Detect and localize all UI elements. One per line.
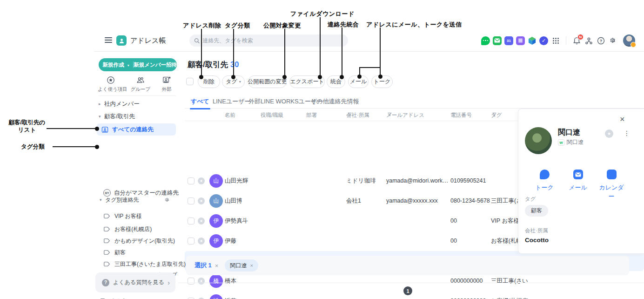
contact-lineworks-subname: w 関口遼 [558, 138, 584, 146]
tab-line-users[interactable]: LINEユーザー [213, 97, 251, 106]
contact-photo-avatar[interactable] [525, 127, 552, 154]
tab-bar: すべて LINEユーザー 外部LINE WORKSユーザー その他連絡先情報 [185, 95, 644, 109]
tag-button[interactable]: タグ▾ [222, 75, 245, 88]
column-header-email[interactable]: メールアドレス [386, 112, 392, 117]
tag-settings-gear-icon[interactable] [164, 197, 170, 203]
annotation-file-download: ファイルダウンロード [290, 10, 355, 18]
column-header-dept[interactable]: 部署 [306, 112, 317, 119]
sidebar-tag-item[interactable]: 顧客 [104, 248, 126, 257]
more-menu-icon[interactable]: ⋮ [624, 129, 630, 137]
sidebar-item-import-contacts[interactable]: 連絡先をインポート [99, 297, 161, 299]
tag-icon [104, 261, 110, 267]
sidebar-item-customers[interactable]: ▾ 顧客/取引先 [99, 112, 135, 121]
row-checkbox[interactable] [188, 177, 195, 184]
status-clock-badge [631, 42, 636, 48]
talk-bubble-icon: ••• [540, 170, 550, 179]
row-checkbox[interactable] [188, 238, 195, 245]
contact-name[interactable]: 近藤 [225, 291, 236, 299]
delete-button[interactable]: 削除 [198, 75, 220, 88]
pagination-page-1[interactable]: 1 [403, 286, 412, 295]
contact-name[interactable]: 伊藤 [225, 231, 236, 251]
talk-button[interactable]: トーク [371, 75, 393, 88]
contact-name[interactable]: 伊勢真斗 [225, 211, 248, 231]
favorite-star-icon[interactable]: ★ [198, 278, 205, 285]
sidebar-tag-item[interactable]: かもめデザイン(取引先) [104, 237, 175, 245]
calendar-app-icon[interactable]: 31 [504, 36, 513, 45]
tab-other-contact-info[interactable]: その他連絡先情報 [310, 97, 359, 106]
contact-detail-panel: × 関口遼 w 関口遼 ★ ⋮ ••• トーク メール 31 カレンダー タグ … [518, 109, 644, 254]
close-icon[interactable]: × [620, 115, 625, 124]
notifications-bell-icon[interactable]: N [572, 36, 581, 45]
favorite-star-icon[interactable]: ★ [605, 129, 613, 138]
cell-email: yamada@xxxxx.xxx [386, 191, 449, 211]
sidebar-tag-item[interactable]: お客様(札幌店) [104, 225, 152, 233]
notification-badge: N [577, 34, 584, 40]
sidebar-divider [99, 95, 176, 96]
shortcut-favorites[interactable]: よく使う項目 [98, 76, 124, 93]
cell-phone: 00 [450, 231, 490, 251]
export-button[interactable]: エクスポート [289, 75, 325, 88]
mail-app-icon[interactable] [493, 36, 502, 45]
search-bar[interactable] [189, 34, 348, 47]
sidebar-item-internal-members[interactable]: ▸ 社内メンバー [99, 100, 140, 108]
merge-button[interactable]: 統合 [327, 75, 345, 88]
sort-down-icon: ↓ [225, 112, 228, 117]
header-icons: 31 ✓ N ? [481, 29, 635, 52]
sidebar-item-tag-section[interactable]: ▾ タグ別連絡先 [100, 196, 177, 204]
sidebar-tag-item[interactable]: VIP お客様 [104, 212, 142, 220]
settings-gear-icon[interactable] [608, 36, 617, 45]
avatar: 山 [209, 194, 223, 208]
select-all-checkbox[interactable] [186, 78, 194, 85]
shortcut-external[interactable]: 外部 [157, 76, 176, 93]
table-row[interactable]: ★ 近 近藤 00000000000 お客様(札幌店 [185, 291, 644, 299]
help-icon[interactable]: ? [596, 36, 605, 45]
row-checkbox[interactable] [188, 278, 195, 285]
apps-grid-icon[interactable] [551, 36, 560, 45]
selected-contact-chip[interactable]: 関口遼× [225, 259, 258, 272]
talk-app-icon[interactable] [481, 36, 490, 45]
annotation-contact-merge: 連絡先統合 [328, 20, 359, 29]
mail-button[interactable]: メール [348, 75, 369, 88]
company-section-label: 会社·所属 [525, 227, 548, 234]
column-header-role[interactable]: 役職/職級 [261, 112, 283, 119]
contact-name[interactable]: 山田光輝 [225, 171, 248, 191]
column-header-phone[interactable]: 電話番号 [450, 112, 456, 117]
visibility-change-button[interactable]: 公開範囲の変更 [248, 75, 287, 88]
favorite-star-icon[interactable]: ★ [198, 217, 205, 224]
search-input[interactable] [202, 37, 343, 44]
tag-icon [104, 226, 110, 232]
user-avatar[interactable] [623, 34, 635, 47]
sidebar-tag-item[interactable]: 三田工事(さいたま店取引先) [104, 260, 186, 268]
address-book-logo-icon[interactable] [116, 35, 127, 46]
invite-member-button[interactable]: 新規メンバー招待 [134, 61, 177, 68]
hamburger-menu-icon[interactable] [105, 37, 112, 43]
row-checkbox[interactable] [188, 217, 195, 224]
column-header-company[interactable]: 会社·所属 [346, 112, 352, 117]
clear-selection-icon[interactable]: × [215, 262, 219, 269]
faq-link[interactable]: ? よくある質問を見る › [95, 272, 175, 292]
sidebar: 新規作成 ▾ 新規メンバー招待 よく使う項目 グループ 外部 ▸ 社内メンバー [94, 52, 178, 299]
contact-company: Cocotto [525, 237, 549, 244]
contact-tag-chip[interactable]: 顧客 [525, 205, 548, 217]
tasks-app-icon[interactable]: ✓ [539, 36, 548, 45]
row-checkbox[interactable] [188, 197, 195, 204]
sidebar-item-all-contacts[interactable]: すべての連絡先 [97, 123, 176, 136]
contact-name[interactable]: 山田博 [225, 191, 242, 211]
shortcut-groups[interactable]: グループ [127, 76, 154, 93]
panel-action-talk[interactable]: ••• トーク [530, 170, 559, 192]
cell-phone: 01095905241 [450, 171, 490, 191]
tag-icon [104, 250, 110, 255]
column-header-tag[interactable]: タグ [491, 112, 496, 117]
tab-all[interactable]: すべて [191, 97, 209, 106]
favorite-star-icon[interactable]: ★ [198, 197, 205, 204]
panel-action-mail[interactable]: メール [564, 170, 592, 192]
cell-phone: 080-1234-5678 [450, 191, 490, 211]
org-chart-icon[interactable] [584, 36, 593, 45]
note-app-icon[interactable] [516, 36, 525, 45]
new-create-button[interactable]: 新規作成 ▾ [99, 61, 133, 68]
favorite-star-icon[interactable]: ★ [198, 238, 205, 245]
drive-app-icon[interactable] [528, 36, 537, 45]
remove-chip-icon[interactable]: × [250, 263, 253, 268]
favorite-star-icon[interactable]: ★ [198, 177, 205, 184]
panel-action-calendar[interactable]: 31 カレンダー [597, 170, 626, 201]
